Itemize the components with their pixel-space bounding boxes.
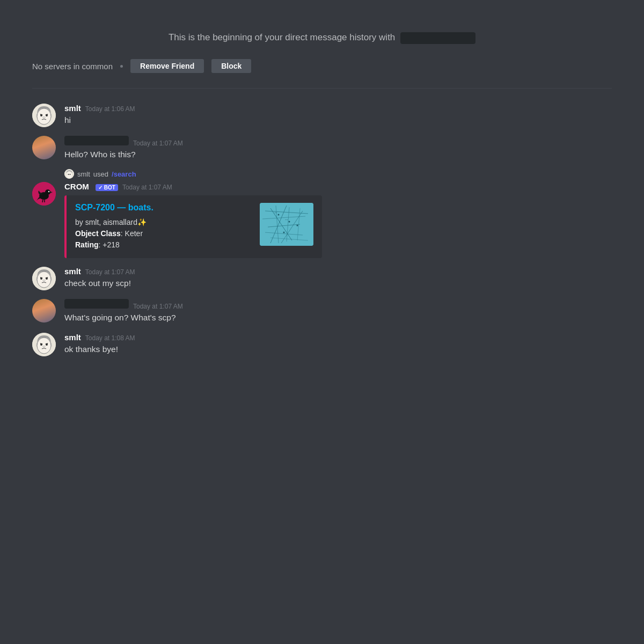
message-group: smlt Today at 1:08 AM ok thanks bye!: [32, 328, 612, 361]
message-header: smlt Today at 1:08 AM: [64, 333, 612, 342]
message-text: check out my scp!: [64, 277, 612, 289]
avatar: [32, 333, 56, 356]
no-servers-text: No servers in common: [32, 62, 113, 71]
bot-username: CROM: [64, 182, 89, 191]
message-content: Today at 1:07 AM What's going on? What's…: [64, 299, 612, 324]
message-text: Hello? Who is this?: [64, 149, 612, 160]
svg-text:• •: • •: [275, 211, 277, 214]
svg-point-15: [48, 191, 49, 192]
embed-rating-value: +218: [103, 240, 120, 249]
bot-label: BOT: [104, 185, 115, 191]
message-text: hi: [64, 114, 612, 126]
embed-thumbnail: • • • •: [260, 203, 313, 246]
avatar: [32, 136, 56, 159]
avatar: [32, 104, 56, 127]
message-group: smlt Today at 1:06 AM hi: [32, 99, 612, 131]
bot-message-header: CROM ✓ BOT Today at 1:07 AM: [64, 182, 612, 191]
message-header: smlt Today at 1:06 AM: [64, 104, 612, 113]
dm-header-text: This is the beginning of your direct mes…: [169, 32, 395, 42]
message-header: Today at 1:07 AM: [64, 136, 612, 147]
timestamp: Today at 1:07 AM: [85, 268, 135, 276]
svg-point-5: [46, 114, 48, 116]
bot-timestamp: Today at 1:07 AM: [122, 184, 172, 191]
svg-point-31: [289, 221, 290, 223]
mini-smlt-avatar: [64, 169, 74, 179]
embed-object-class-value: Keter: [125, 229, 143, 238]
message-group: Today at 1:07 AM What's going on? What's…: [32, 295, 612, 328]
embed-authors-text: by smlt, aismallard✨: [75, 218, 147, 226]
remove-friend-button[interactable]: Remove Friend: [130, 59, 204, 73]
message-content: smlt Today at 1:06 AM hi: [64, 104, 612, 126]
smlt-avatar-svg: [32, 333, 56, 356]
messages-container: smlt Today at 1:06 AM hi Today at 1:07 A…: [32, 99, 612, 361]
svg-point-4: [40, 114, 42, 116]
map-svg: • • • •: [260, 203, 313, 246]
svg-point-41: [46, 277, 48, 280]
svg-line-16: [42, 200, 43, 202]
svg-point-37: [37, 272, 51, 288]
recipient-username-redacted: [400, 32, 475, 44]
smlt-avatar-svg: [32, 104, 56, 127]
used-command-indicator: smlt used /search: [32, 169, 612, 179]
bot-message-group: smlt used /search: [32, 165, 612, 262]
dot-separator: [120, 65, 123, 68]
crom-message-row: CROM ✓ BOT Today at 1:07 AM SCP-7200 — b…: [32, 182, 612, 258]
message-content: smlt Today at 1:07 AM check out my scp!: [64, 267, 612, 289]
svg-point-32: [283, 232, 285, 233]
smlt-avatar-svg: [32, 267, 56, 290]
svg-point-30: [278, 214, 280, 216]
embed-authors: by smlt, aismallard✨: [75, 217, 251, 228]
avatar: [32, 299, 56, 323]
embed-body: SCP-7200 — boats. by smlt, aismallard✨ O…: [75, 203, 251, 251]
embed-rating: Rating: +218: [75, 239, 251, 251]
username: smlt: [64, 104, 81, 113]
svg-point-40: [40, 277, 42, 280]
used-command-verb: used: [93, 170, 108, 178]
svg-point-47: [40, 343, 42, 346]
timestamp: Today at 1:07 AM: [133, 140, 183, 147]
crow-icon: [32, 182, 56, 206]
embed-object-class: Object Class: Keter: [75, 228, 251, 239]
message-content: Today at 1:07 AM Hello? Who is this?: [64, 136, 612, 160]
svg-rect-18: [260, 203, 313, 246]
bot-badge: ✓ BOT: [96, 184, 118, 191]
block-button[interactable]: Block: [211, 59, 251, 73]
avatar: [32, 267, 56, 290]
svg-point-8: [67, 172, 72, 178]
dm-meta-row: No servers in common Remove Friend Block: [32, 55, 612, 83]
dm-history-header: This is the beginning of your direct mes…: [32, 16, 612, 55]
message-content: smlt Today at 1:08 AM ok thanks bye!: [64, 333, 612, 355]
crom-avatar: [32, 182, 56, 206]
embed: SCP-7200 — boats. by smlt, aismallard✨ O…: [64, 195, 322, 258]
svg-point-13: [45, 189, 50, 195]
embed-object-class-label: Object Class: [75, 229, 121, 238]
username: smlt: [64, 333, 81, 342]
username: smlt: [64, 267, 81, 276]
svg-point-44: [37, 338, 51, 354]
svg-point-9: [68, 174, 69, 175]
message-group: smlt Today at 1:07 AM check out my scp!: [32, 262, 612, 295]
message-text: What's going on? What's scp?: [64, 312, 612, 324]
slash-command: /search: [112, 170, 136, 178]
used-command-user: smlt: [77, 170, 90, 178]
timestamp: Today at 1:07 AM: [133, 303, 183, 310]
svg-point-33: [297, 225, 298, 226]
check-icon: ✓: [98, 185, 103, 191]
message-header: Today at 1:07 AM: [64, 299, 612, 310]
embed-title[interactable]: SCP-7200 — boats.: [75, 203, 251, 213]
message-text: ok thanks bye!: [64, 343, 612, 355]
embed-rating-label: Rating: [75, 240, 99, 249]
svg-point-10: [70, 174, 71, 175]
timestamp: Today at 1:08 AM: [85, 334, 135, 342]
bot-message-content: CROM ✓ BOT Today at 1:07 AM SCP-7200 — b…: [64, 182, 612, 258]
username-redacted: [64, 136, 129, 145]
mini-avatar: [64, 169, 74, 179]
message-header: smlt Today at 1:07 AM: [64, 267, 612, 276]
divider: [32, 88, 612, 89]
message-group: Today at 1:07 AM Hello? Who is this?: [32, 131, 612, 165]
username-redacted: [64, 299, 129, 309]
svg-text:• •: • •: [286, 218, 288, 221]
timestamp: Today at 1:06 AM: [85, 105, 135, 113]
svg-point-48: [46, 343, 48, 346]
